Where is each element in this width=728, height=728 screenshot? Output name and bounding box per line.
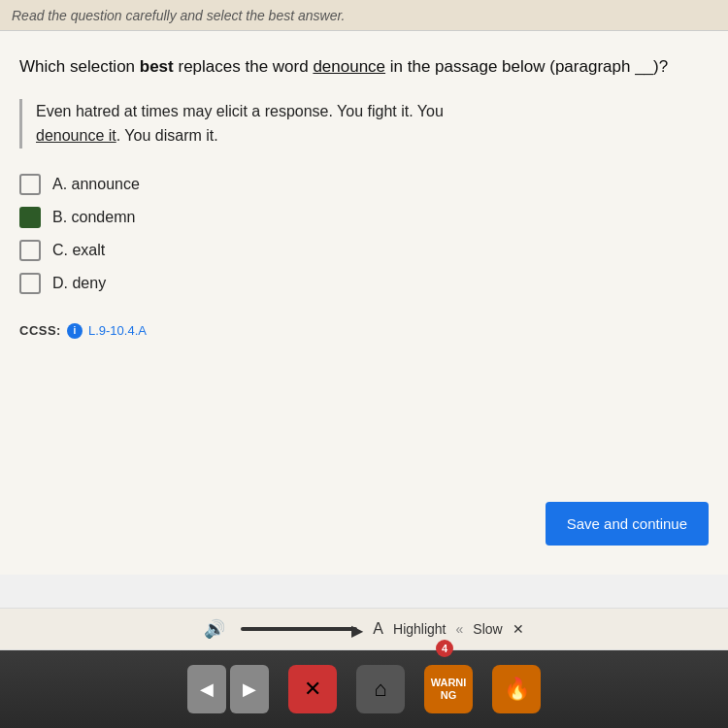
option-b-checkbox[interactable]: [19, 207, 41, 228]
close-app-button[interactable]: ✕: [288, 665, 337, 713]
question-mid: replaces the word: [174, 57, 314, 76]
warning-app[interactable]: WARNING 4: [424, 665, 473, 713]
option-c[interactable]: C. exalt: [19, 240, 709, 261]
top-bar-text: Read the question carefully and select t…: [12, 8, 345, 23]
option-a-checkbox[interactable]: [19, 174, 41, 195]
option-d[interactable]: D. deny: [19, 273, 709, 294]
question-text: Which selection best replaces the word d…: [19, 54, 709, 80]
question-underline: denounce: [313, 57, 385, 76]
save-and-continue-button[interactable]: Save and continue: [546, 502, 709, 546]
options-list: A. announce B. condemn C. exalt D. deny: [19, 174, 709, 294]
passage-line2-end: . You disarm it.: [116, 127, 218, 144]
highlight-label[interactable]: Highlight: [393, 621, 446, 637]
option-b[interactable]: B. condemn: [19, 207, 709, 228]
option-d-checkbox[interactable]: [19, 273, 41, 294]
highlight-icon: A: [373, 620, 383, 638]
option-d-label: D. deny: [52, 275, 106, 292]
back-button[interactable]: ◀: [187, 665, 226, 713]
ccss-section: CCSS: i L.9-10.4.A: [19, 323, 709, 339]
audio-slider[interactable]: ▶: [241, 627, 357, 631]
option-c-label: C. exalt: [52, 242, 105, 259]
passage-line1: Even hatred at times may elicit a respon…: [36, 103, 444, 119]
option-b-label: B. condemn: [52, 209, 135, 226]
speaker-icon[interactable]: 🔊: [204, 618, 225, 640]
bottom-toolbar: 🔊 ▶ A Highlight « Slow ✕: [0, 608, 728, 650]
ccss-label: CCSS:: [19, 323, 61, 338]
home-button[interactable]: ⌂: [356, 665, 405, 713]
toolbar-actions: A Highlight « Slow ✕: [373, 620, 523, 638]
ccss-info-icon[interactable]: i: [67, 323, 83, 339]
ccss-link[interactable]: L.9-10.4.A: [88, 323, 147, 338]
option-a-label: A. announce: [52, 176, 140, 193]
slider-arrow-icon: ▶: [351, 621, 363, 640]
warning-app-icon: WARNING: [424, 665, 473, 713]
question-bold: best: [140, 57, 174, 76]
option-a[interactable]: A. announce: [19, 174, 709, 195]
toolbar-separator: «: [456, 621, 464, 637]
top-bar: Read the question carefully and select t…: [0, 0, 728, 31]
close-icon[interactable]: ✕: [513, 621, 524, 637]
slow-label[interactable]: Slow: [473, 621, 502, 637]
taskbar: ◀ ▶ ✕ ⌂ WARNING 4 🔥: [0, 650, 728, 728]
fire-app-button[interactable]: 🔥: [492, 665, 541, 713]
option-c-checkbox[interactable]: [19, 240, 41, 261]
forward-button[interactable]: ▶: [230, 665, 269, 713]
question-end: in the passage below (paragraph __)?: [385, 57, 668, 76]
warning-badge: 4: [436, 640, 453, 657]
question-intro: Which selection: [19, 57, 140, 76]
passage-block: Even hatred at times may elicit a respon…: [19, 99, 709, 149]
passage-denounce: denounce it: [36, 127, 116, 144]
main-content: Which selection best replaces the word d…: [0, 31, 728, 575]
save-button-container: Save and continue: [546, 502, 709, 546]
nav-arrows: ◀ ▶: [187, 665, 269, 713]
